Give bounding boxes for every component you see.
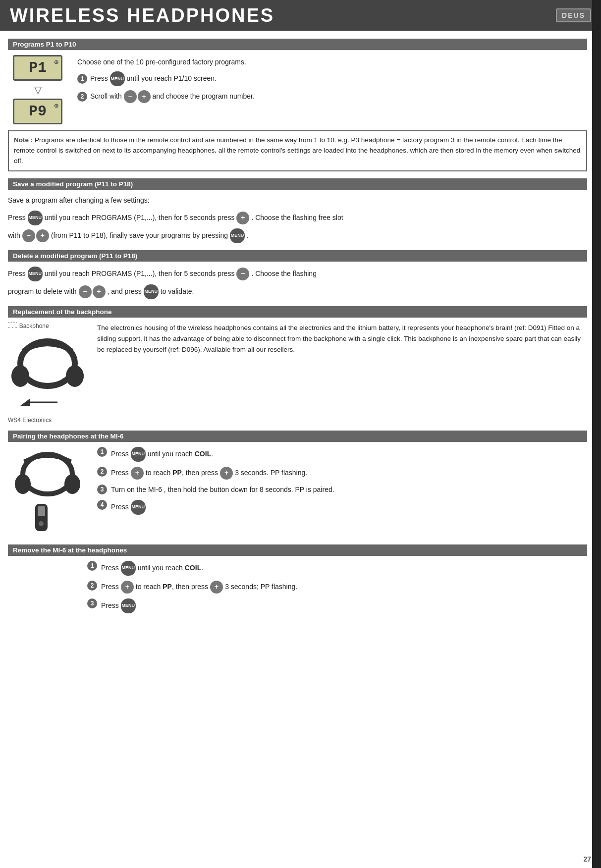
note-text: Programs are identical to those in the r… xyxy=(14,136,580,164)
pairing-step-1: 1 Press MENU until you reach COIL. xyxy=(97,447,587,462)
note-label: Note : xyxy=(14,136,33,144)
remove-section: Remove the MI-6 at the headphones 1 Pres… xyxy=(8,544,587,613)
programs-step-1: 1 Press MENU until you reach P1/10 scree… xyxy=(77,71,587,86)
save-line2: with − + (from P11 to P18), finally save… xyxy=(8,228,587,243)
backphone-description: The electronics housing of the wireless … xyxy=(97,323,587,424)
remove-section-header: Remove the MI-6 at the headphones xyxy=(8,544,587,556)
save-intro: Save a program after changing a few sett… xyxy=(8,195,587,207)
right-border-strip xyxy=(592,0,601,868)
programs-step-2: 2 Scroll with − + and choose the program… xyxy=(77,90,587,103)
backphone-section: Replacement of the backphone - - - Backp… xyxy=(8,306,587,424)
minus-plus-pair: − + xyxy=(124,90,151,103)
plus-icon-delete: + xyxy=(93,285,106,298)
remove-step-num-1: 1 xyxy=(87,561,97,571)
lcd-display-p9: P9 ⊕ xyxy=(13,99,62,124)
svg-point-2 xyxy=(66,365,84,387)
programs-description: Choose one of the 10 pre-configured fact… xyxy=(77,57,587,67)
programs-text: Choose one of the 10 pre-configured fact… xyxy=(77,55,587,124)
menu-button-icon: MENU xyxy=(110,71,125,86)
step-num-2: 2 xyxy=(77,92,87,102)
delete-line2: program to delete with − + , and press M… xyxy=(8,284,587,299)
plus-icon-remove2b: + xyxy=(210,581,223,594)
remove-step-2: 2 Press + to reach PP, then press + 3 se… xyxy=(87,581,587,594)
pairing-step-2: 2 Press + to reach PP, then press + 3 se… xyxy=(97,467,587,480)
remove-step-num-3: 3 xyxy=(87,598,97,608)
remove-step1-text: Press MENU until you reach COIL. xyxy=(101,561,203,576)
remove-step-1: 1 Press MENU until you reach COIL. xyxy=(87,561,587,576)
backphone-dashed-line: - - - xyxy=(8,323,17,331)
menu-icon-pairing1: MENU xyxy=(131,447,146,462)
plus-button-icon: + xyxy=(138,90,151,103)
svg-rect-9 xyxy=(38,506,45,516)
svg-marker-3 xyxy=(20,398,30,406)
remove-steps-area: 1 Press MENU until you reach COIL. 2 Pre… xyxy=(8,561,587,613)
svg-point-10 xyxy=(39,521,44,526)
page-title: WIRELESS HEADPHONES xyxy=(10,5,274,26)
pairing-illustration xyxy=(8,447,87,536)
backphone-label-row: - - - Backphone xyxy=(8,323,49,331)
pairing-section-header: Pairing the headphones at the MI-6 xyxy=(8,431,587,442)
menu-icon-save1: MENU xyxy=(28,211,43,225)
remove-step-3: 3 Press MENU xyxy=(87,598,587,613)
menu-icon-save2: MENU xyxy=(230,228,245,243)
remove-step3-text: Press MENU xyxy=(101,598,136,613)
pairing-step-num-3: 3 xyxy=(97,485,107,494)
pairing-body: 1 Press MENU until you reach COIL. 2 Pre… xyxy=(8,447,587,538)
pairing-step4-text: Press MENU xyxy=(111,500,146,515)
pairing-step3-text: Turn on the MI-6 , then hold the button … xyxy=(111,485,334,495)
backphone-section-header: Replacement of the backphone xyxy=(8,306,587,318)
minus-button-icon: − xyxy=(124,90,137,103)
pairing-step1-text: Press MENU until you reach COIL. xyxy=(111,447,213,462)
menu-icon-remove3: MENU xyxy=(121,598,136,613)
svg-point-6 xyxy=(15,474,31,494)
pairing-step-3: 3 Turn on the MI-6 , then hold the butto… xyxy=(97,485,587,495)
pairing-section: Pairing the headphones at the MI-6 xyxy=(8,431,587,538)
svg-point-7 xyxy=(64,474,80,494)
plus-icon-remove2a: + xyxy=(121,581,134,594)
step-num-1: 1 xyxy=(77,74,87,84)
plus-symbol: ⊕ xyxy=(55,58,58,66)
programs-section: Programs P1 to P10 P1 ⊕ ▽ P9 ⊕ Choose on… xyxy=(8,39,587,124)
plus-icon-save2: + xyxy=(36,229,49,242)
minus-icon-delete2: − xyxy=(79,285,92,298)
plus-icon-pairing2b: + xyxy=(220,467,233,480)
note-box: Note : Programs are identical to those i… xyxy=(8,130,587,171)
programs-section-body: P1 ⊕ ▽ P9 ⊕ Choose one of the 10 pre-con… xyxy=(8,55,587,124)
delete-section-header: Delete a modified program (P11 to P18) xyxy=(8,250,587,262)
ws4-label-row: WS4 Electronics xyxy=(8,416,52,424)
step1-text: Press MENU until you reach P1/10 screen. xyxy=(90,71,217,86)
menu-icon-pairing4: MENU xyxy=(131,500,146,515)
svg-point-1 xyxy=(11,365,29,387)
minus-icon-save: − xyxy=(22,229,35,242)
programs-image: P1 ⊕ ▽ P9 ⊕ xyxy=(8,55,67,124)
programs-section-header: Programs P1 to P10 xyxy=(8,39,587,50)
pairing-step-num-4: 4 xyxy=(97,500,107,510)
save-section-header: Save a modified program (P11 to P18) xyxy=(8,178,587,190)
pairing-image-area xyxy=(8,447,87,538)
lcd-display-p1: P1 ⊕ xyxy=(13,55,62,81)
step2-text: Scroll with − + and choose the program n… xyxy=(90,90,255,103)
remove-step-num-2: 2 xyxy=(87,581,97,591)
arrow-down-icon: ▽ xyxy=(34,84,42,96)
pairing-step-num-1: 1 xyxy=(97,447,107,457)
plus-icon-save: + xyxy=(236,212,249,224)
plus-icon-pairing2a: + xyxy=(131,467,144,480)
page-number: 27 xyxy=(583,855,591,863)
main-content: Programs P1 to P10 P1 ⊕ ▽ P9 ⊕ Choose on… xyxy=(0,31,601,626)
delete-line1: Press MENU until you reach PROGRAMS (P1,… xyxy=(8,267,587,281)
menu-icon-delete1: MENU xyxy=(28,267,43,281)
remove-step2-text: Press + to reach PP, then press + 3 seco… xyxy=(101,581,297,594)
pairing-step2-text: Press + to reach PP, then press + 3 seco… xyxy=(111,467,307,480)
menu-icon-delete2: MENU xyxy=(144,284,159,299)
minus-plus-pair-save: − + xyxy=(22,229,49,242)
minus-plus-pair-delete: − + xyxy=(79,285,106,298)
ws4-label: WS4 Electronics xyxy=(8,417,52,424)
pairing-step1-end: until you reach COIL. xyxy=(148,449,213,459)
backphone-body: - - - Backphone xyxy=(8,323,587,424)
minus-icon-delete: − xyxy=(236,268,249,280)
save-section: Save a modified program (P11 to P18) Sav… xyxy=(8,178,587,243)
headphone-illustration xyxy=(8,334,87,411)
pairing-step-4: 4 Press MENU xyxy=(97,500,587,515)
menu-icon-remove1: MENU xyxy=(121,561,136,576)
backphone-image-area: - - - Backphone xyxy=(8,323,87,424)
